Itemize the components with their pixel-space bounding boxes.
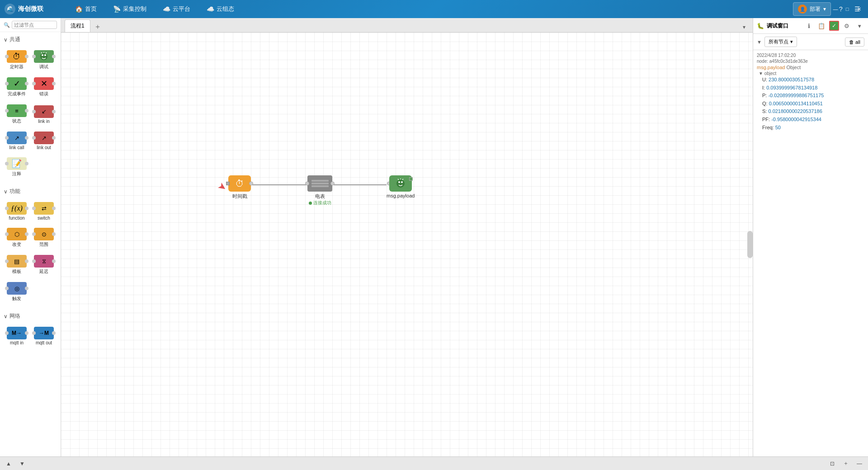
cloud-icon: ☁️: [163, 5, 170, 13]
tab-flow1[interactable]: 流程1: [65, 19, 90, 32]
minimize-button[interactable]: —: [830, 4, 841, 14]
clear-label: all: [855, 39, 860, 45]
section-network-title[interactable]: ∨ 网络: [0, 310, 61, 322]
node-timer-label: 定时器: [10, 64, 24, 70]
node-error[interactable]: ✕ 错误: [31, 74, 57, 100]
node-linkin[interactable]: ↙ link in: [31, 101, 57, 127]
node-delay[interactable]: ⧖ 延迟: [31, 252, 57, 278]
node-mqttout-label: mqtt out: [36, 340, 52, 345]
logo-icon: 🌊: [5, 4, 15, 14]
node-mqttin[interactable]: M→ mqtt in: [4, 324, 30, 348]
debug-object-toggle[interactable]: ▼ object: [757, 71, 864, 76]
clear-debug-button[interactable]: 🗑 all: [845, 38, 864, 47]
debug-prop-pf: PF: -0.9580000042915344: [757, 116, 864, 124]
node-change[interactable]: ⬡ 改变: [4, 225, 30, 251]
nav-cloud[interactable]: ☁️ 云平台: [156, 2, 198, 16]
node-status-label: 状态: [12, 118, 21, 124]
section-network-label: 网络: [9, 312, 20, 320]
canvas-scroll-handle[interactable]: [747, 231, 753, 258]
nav-home[interactable]: 🏠 首页: [68, 2, 104, 16]
node-linkout[interactable]: ↗ link out: [31, 128, 57, 153]
node-timer[interactable]: ⏱ 定时器: [4, 47, 30, 73]
collect-icon: 📡: [113, 5, 121, 13]
zoom-minus-button[interactable]: —: [854, 459, 864, 469]
modbus-right-port: [330, 182, 335, 186]
node-error-label: 错误: [39, 91, 48, 97]
search-input[interactable]: [12, 21, 57, 29]
zoom-in-button[interactable]: ▼: [17, 459, 27, 469]
nav-collect[interactable]: 📡 采集控制: [106, 2, 154, 16]
node-trigger[interactable]: ◎ 触发: [4, 279, 30, 305]
node-debug[interactable]: 调试: [31, 47, 57, 73]
debug-prop-i: I: 0.09399999678134918: [757, 84, 864, 92]
nav-home-label: 首页: [85, 5, 97, 13]
flow-canvas[interactable]: ➤ ⏱ 时间戳: [61, 33, 753, 456]
debug-prop-q: Q: 0.006500000134110451: [757, 100, 864, 108]
svg-point-2: [44, 54, 46, 56]
user-avatar: 👤: [798, 5, 807, 14]
flow-node-inject[interactable]: ⏱ 时间戳: [228, 175, 251, 200]
tab-bar: 流程1 ＋ ▾: [61, 18, 753, 33]
tab-action-down[interactable]: ▾: [739, 22, 749, 32]
svg-line-5: [46, 52, 47, 53]
debug-prop-u: U: 230.8000030517578: [757, 76, 864, 84]
node-linkcall[interactable]: ↗ link call: [4, 128, 30, 153]
debug-settings-button[interactable]: ⚙: [842, 21, 852, 31]
section-common-title[interactable]: ∨ 共通: [0, 34, 61, 45]
node-switch[interactable]: ⇄ switch: [31, 199, 57, 224]
node-comment[interactable]: 📝 注释: [4, 154, 30, 180]
node-complete[interactable]: ✓ 完成事件: [4, 74, 30, 100]
debug-expand-button[interactable]: ▾: [854, 21, 864, 31]
nav-cloudstate[interactable]: ☁️ 云组态: [199, 2, 241, 16]
app-logo: 🌊 海创微联: [5, 4, 59, 14]
debug-prop-p: P: -0.020899999886751175: [757, 92, 864, 100]
node-sidebar: 🔍 ∨ 共通 ⏱ 定时器 调试 ✓: [0, 18, 61, 456]
close-button[interactable]: ✕: [854, 4, 864, 14]
node-linkout-icon: ↗: [34, 132, 54, 144]
debug-info-button[interactable]: ℹ: [804, 21, 814, 31]
tab-add-button[interactable]: ＋: [92, 21, 103, 32]
flow-connections-svg: [61, 33, 753, 456]
node-mqttout[interactable]: →M mqtt out: [31, 324, 57, 348]
svg-point-9: [398, 181, 400, 183]
node-status[interactable]: ≡ 状态: [4, 101, 30, 127]
fit-view-button[interactable]: ⊡: [827, 459, 837, 469]
inject-icon: ⏱: [228, 175, 251, 192]
maximize-button[interactable]: □: [842, 4, 853, 14]
zoom-out-button[interactable]: ▲: [4, 459, 14, 469]
node-complete-label: 完成事件: [8, 91, 26, 97]
node-mqttin-icon: M→: [7, 327, 27, 339]
node-range[interactable]: ⊙ 范围: [31, 225, 57, 251]
section-function-title[interactable]: ∨ 功能: [0, 186, 61, 197]
debug-timestamp: 2022/4/28 17:02:20: [757, 53, 864, 58]
debug-toggle-button[interactable]: ✓: [829, 21, 839, 31]
filter-nodes-label: 所有节点: [769, 38, 788, 45]
svg-point-8: [396, 179, 405, 188]
debug-entry: 2022/4/28 17:02:20 node: a45fc0c3d1de363…: [757, 53, 864, 132]
debug-panel-header: 🐛 调试窗口 ℹ 📋 ✓ ⚙ ▾: [753, 18, 868, 34]
node-template[interactable]: ▤ 模板: [4, 252, 30, 278]
node-function[interactable]: ƒ(x) function: [4, 199, 30, 224]
flow-node-msgpayload[interactable]: msg.payload: [387, 175, 415, 198]
sidebar-search-bar: 🔍: [0, 18, 61, 32]
modbus-status-text: 连接成功: [313, 200, 331, 206]
zoom-plus-button[interactable]: ＋: [841, 459, 851, 469]
svg-point-1: [42, 54, 43, 56]
node-switch-label: switch: [38, 216, 50, 221]
filter-nodes-button[interactable]: 所有节点 ▾: [764, 37, 797, 47]
cloudstate-icon: ☁️: [207, 5, 214, 13]
debug-payload-type: Object: [786, 65, 801, 70]
debug-export-button[interactable]: 📋: [816, 21, 826, 31]
node-status-icon: ≡: [7, 104, 27, 117]
user-deploy-button[interactable]: 👤 部署 ▾: [793, 2, 831, 16]
svg-line-4: [41, 52, 42, 53]
flow-node-modbus[interactable]: 电表 连接成功: [307, 175, 332, 206]
node-error-icon: ✕: [34, 77, 54, 90]
debug-filter-bar: ▼ 所有节点 ▾ 🗑 all: [753, 34, 868, 50]
modbus-left-port: [305, 182, 309, 186]
debug-object-section: ▼ object U: 230.8000030517578 I: 0.09399…: [757, 71, 864, 132]
modbus-status: 连接成功: [309, 200, 331, 206]
node-change-label: 改变: [12, 241, 21, 248]
section-function-label: 功能: [9, 188, 20, 195]
home-icon: 🏠: [75, 5, 83, 13]
